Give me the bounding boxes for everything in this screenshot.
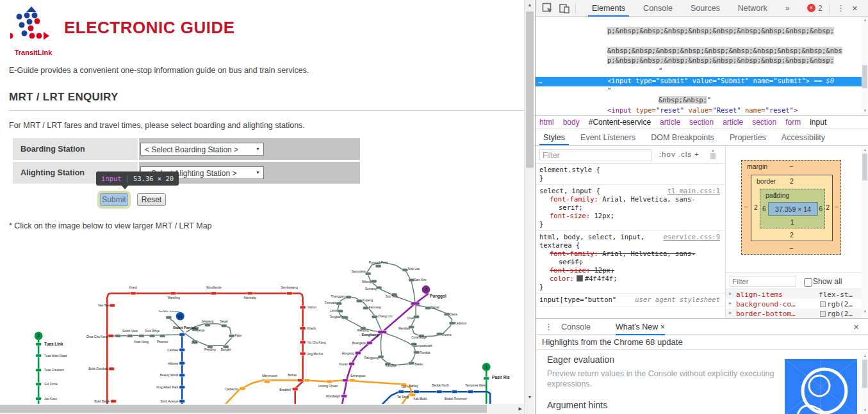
box-model-padding[interactable]: padding 1 1 6 6 37.359 × 14 [760,189,825,228]
error-badge-icon[interactable]: × [807,4,815,12]
station-badge [300,340,306,344]
scroll-up-icon[interactable]: ▲ [525,3,535,7]
toolbar-divider [575,3,576,13]
show-all-label: Show all [813,277,842,286]
breadcrumb-item-body[interactable]: body [563,118,580,127]
breadcrumb-item-section[interactable]: section [752,118,776,127]
scroll-right-icon[interactable]: ▶ [519,406,522,411]
box-model-content[interactable]: 37.359 × 14 [768,202,818,216]
elements-tree-row[interactable]: &nbsp;&nbsp;&nbsp;&nbsp;&nbsp;&nbsp;&nbs… [536,47,862,56]
mrt-map-image[interactable]: 21171KranjiMarsilingWoodlandsAdmiraltySe… [26,253,522,404]
computed-property-value: flex-st… [819,291,853,299]
scrollbar-thumb[interactable] [710,153,716,159]
scrollbar-thumb[interactable] [862,154,867,180]
boarding-station-select[interactable]: < Select Boarding Station > ▼ [140,143,264,155]
elements-tree-row[interactable]: " [536,67,862,76]
devtools-menu-icon[interactable]: ⋮ [837,3,845,13]
chevron-down-icon[interactable]: ▼ [256,147,260,151]
box-model-margin[interactable]: margin − − − − border 2 2 2 2 padding 1 … [741,160,841,255]
drawer-tab-whatsnew[interactable]: What's New × [616,319,665,335]
scrollbar-thumb[interactable] [862,360,867,388]
scroll-down-icon[interactable]: ▼ [862,109,868,113]
breadcrumb-item-form[interactable]: form [785,118,801,127]
hov-cls-controls[interactable]: :hov .cls + [659,150,700,158]
sidebar-scrollbar[interactable]: ▲ ▼ [862,146,868,318]
css-rule[interactable]: select, input {tl main.css:1font-family:… [536,185,725,231]
elements-scrollbar[interactable]: ▲ ▼ [862,17,868,115]
scroll-up-icon[interactable]: ▲ [862,354,868,358]
sidebar-tab-event-listeners[interactable]: Event Listeners [573,129,643,145]
devtools-tab-elements[interactable]: Elements [583,0,634,17]
elements-tree-row[interactable]: p;&nbsp;&nbsp;&nbsp;&nbsp;&nbsp;&nbsp;&n… [536,27,862,36]
elements-tree-row[interactable]: " [536,86,862,96]
box-model-border[interactable]: border 2 2 2 2 padding 1 1 6 6 37.359 × … [751,175,833,241]
vertical-scrollbar-thumb[interactable] [526,12,534,168]
computed-property-row[interactable]: ▶background-co…rgb(2… [726,299,862,308]
devtools-tab-sources[interactable]: Sources [682,0,729,17]
devtools-tab-[interactable]: » [776,0,799,17]
css-property[interactable]: serif; [539,203,721,212]
elements-tree-row[interactable]: p;&nbsp;&nbsp;&nbsp;&nbsp;&nbsp;&nbsp;&n… [536,56,862,66]
scroll-up-icon[interactable]: ▲ [862,148,868,152]
breadcrumb-item-Content-eservice[interactable]: #Content-eservice [589,118,651,127]
drawer-close-icon[interactable]: × [853,321,859,332]
drawer-tab-console[interactable]: Console [561,319,591,335]
inspect-element-icon[interactable] [542,3,553,14]
show-all-checkbox[interactable] [804,278,812,287]
styles-mini-scrollbar[interactable]: ▲ [710,148,716,163]
expand-arrow-icon[interactable]: ▶ [729,291,732,296]
scroll-down-icon[interactable]: ▼ [862,408,868,412]
computed-filter-input[interactable] [730,276,796,287]
css-property[interactable]: font-size: 12px; [539,266,721,275]
sidebar-tab-styles[interactable]: Styles [536,129,573,145]
reset-button[interactable]: Reset [137,193,166,206]
color-swatch[interactable] [577,275,583,282]
computed-property-row[interactable]: ▶align-itemsflex-st… [726,289,862,299]
scroll-down-icon[interactable]: ▼ [525,395,535,399]
station-label: Nibong [362,280,372,283]
device-toolbar-icon[interactable] [559,3,570,14]
devtools-close-icon[interactable]: × [852,3,858,13]
breadcrumb-item-article[interactable]: article [723,118,743,127]
breadcrumb-item-input[interactable]: input [810,118,826,127]
chevron-down-icon[interactable]: ▼ [256,170,260,175]
css-property[interactable]: color:#4f4f4f; [539,275,721,283]
expand-arrow-icon[interactable]: ▶ [729,301,732,306]
content-size-value: 37.359 × 14 [769,205,817,213]
breadcrumb-item-article[interactable]: article [660,118,680,127]
elements-tree-row[interactable]: &nbsp;&nbsp;" [536,96,862,106]
scroll-down-icon[interactable]: ▼ [862,310,868,314]
sidebar-tab-dom-breakpoints[interactable]: DOM Breakpoints [643,129,722,145]
expand-arrow-icon[interactable]: ▶ [729,310,732,315]
elements-tree-row[interactable]: …<input type="submit" value="Submit" nam… [536,77,862,86]
css-property[interactable]: font-family: Arial, Helvetica, sans- [539,250,721,258]
scroll-up-icon[interactable]: ▲ [862,18,868,22]
devtools-tab-console[interactable]: Console [634,0,682,17]
devtools-tab-network[interactable]: Network [729,0,776,17]
scroll-up-icon[interactable]: ▲ [710,148,716,152]
styles-filter-input[interactable] [539,149,652,161]
submit-button[interactable]: Submit [100,193,128,206]
css-rule[interactable]: input[type="button"user agent stylesheet [536,294,725,307]
computed-property-row[interactable]: ▶border-bottom…rgb(2… [726,308,862,318]
line-number: 2 [37,333,40,338]
css-source-link[interactable]: user agent stylesheet [635,296,720,304]
sidebar-tab-accessibility[interactable]: Accessibility [774,129,833,145]
horizontal-scrollbar[interactable]: ▶ [0,404,524,414]
css-property[interactable]: font-size: 12px; [539,212,721,220]
drawer-menu-icon[interactable]: ⋮ [545,322,553,331]
horizontal-scrollbar-thumb[interactable] [0,405,487,413]
elements-tree-row[interactable]: <input type="reset" value="Reset" name="… [536,106,862,115]
sidebar-tab-properties[interactable]: Properties [722,129,774,145]
css-source-link[interactable]: eservice.css:9 [663,233,720,241]
css-property[interactable]: serif; [539,258,721,266]
vertical-scrollbar[interactable]: ▲ ▼ [524,0,534,414]
css-rule[interactable]: element.style {} [536,164,725,185]
css-source-link[interactable]: tl main.css:1 [667,187,720,195]
breadcrumb-item-html[interactable]: html [539,118,554,127]
css-property[interactable]: font-family: Arial, Helvetica, sans- [539,195,721,203]
css-rule[interactable]: html, body, select, input,eservice.css:9… [536,231,725,294]
scrollbar-thumb[interactable] [862,65,867,88]
drawer-scrollbar[interactable]: ▲ ▼ [862,352,868,414]
breadcrumb-item-section[interactable]: section [689,118,714,127]
